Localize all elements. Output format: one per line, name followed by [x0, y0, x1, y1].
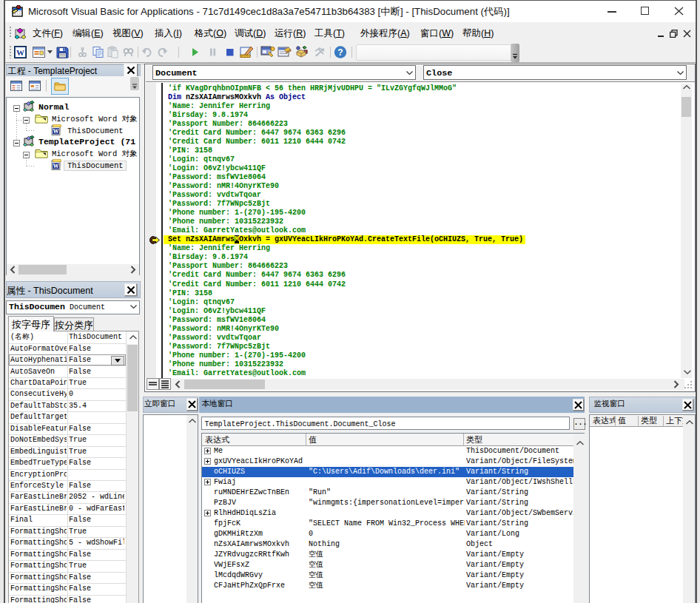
svg-text:W: W: [16, 48, 24, 57]
svg-text:W: W: [53, 163, 59, 169]
svg-text:?: ?: [337, 47, 343, 58]
svg-text:W: W: [53, 128, 59, 135]
